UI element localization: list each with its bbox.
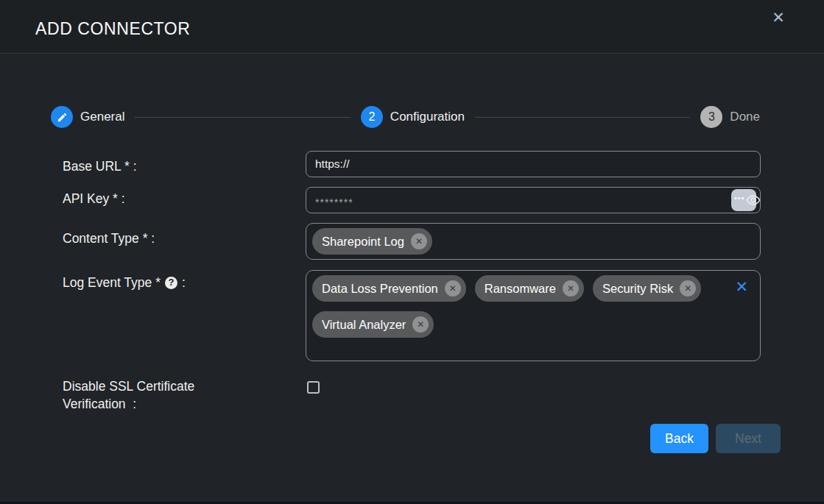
add-connector-dialog: ADD CONNECTOR ✕ General 2 Configuration … — [0, 0, 824, 504]
step-done: 3 Done — [700, 106, 760, 128]
chip-virtual-analyzer: Virtual Analyzer ✕ — [312, 311, 434, 338]
base-url-input[interactable] — [306, 151, 761, 177]
back-button[interactable]: Back — [650, 424, 708, 453]
clear-selection-icon[interactable]: ✕ — [735, 280, 748, 294]
next-button[interactable]: Next — [716, 424, 781, 453]
chip-data-loss-prevention: Data Loss Prevention ✕ — [312, 275, 466, 302]
stepper-connector — [475, 117, 690, 118]
step-3-number: 3 — [700, 106, 722, 128]
chip-security-risk: Security Risk ✕ — [593, 275, 701, 302]
step-2-number: 2 — [361, 106, 383, 128]
chip-remove-icon[interactable]: ✕ — [680, 280, 696, 297]
disable-ssl-label: Disable SSL Certificate Verification : — [63, 377, 223, 413]
log-event-type-multiselect[interactable]: Data Loss Prevention ✕ Ransomware ✕ Secu… — [306, 270, 761, 361]
password-reveal-button[interactable]: ••• — [731, 189, 756, 211]
chip-label: Sharepoint Log — [322, 235, 404, 249]
chip-label: Data Loss Prevention — [322, 282, 438, 296]
chip-label: Virtual Analyzer — [322, 318, 406, 332]
chip-sharepoint-log: Sharepoint Log ✕ — [312, 228, 432, 255]
content-type-label: Content Type * : — [63, 230, 155, 246]
step-configuration[interactable]: 2 Configuration — [361, 106, 465, 128]
api-key-label: API Key * : — [63, 191, 125, 207]
base-url-label: Base URL * : — [63, 158, 137, 174]
chip-remove-icon[interactable]: ✕ — [411, 233, 427, 249]
step-general-label: General — [80, 110, 124, 124]
dialog-title: ADD CONNECTOR — [35, 19, 191, 39]
chip-label: Ransomware — [485, 282, 556, 296]
log-event-type-label-text: Log Event Type * — [63, 274, 161, 291]
content-type-multiselect[interactable]: Sharepoint Log ✕ — [306, 223, 761, 260]
pencil-icon — [51, 106, 73, 128]
step-done-label: Done — [730, 110, 760, 124]
step-configuration-label: Configuration — [390, 110, 465, 124]
dialog-header: ADD CONNECTOR ✕ — [0, 0, 824, 54]
api-key-input[interactable] — [306, 187, 761, 213]
chip-remove-icon[interactable]: ✕ — [445, 280, 461, 297]
chip-label: Security Risk — [602, 282, 673, 296]
eye-icon — [744, 192, 763, 211]
chip-ransomware: Ransomware ✕ — [475, 275, 584, 302]
chip-remove-icon[interactable]: ✕ — [563, 280, 579, 297]
stepper-connector — [135, 117, 350, 118]
base-url-field-wrap — [306, 151, 761, 177]
chip-remove-icon[interactable]: ✕ — [412, 316, 429, 333]
disable-ssl-checkbox[interactable] — [307, 381, 320, 394]
step-general[interactable]: General — [51, 106, 124, 128]
wizard-stepper: General 2 Configuration 3 Done — [51, 106, 760, 128]
api-key-field-wrap: ••• — [306, 187, 761, 213]
help-icon[interactable]: ? — [165, 277, 177, 289]
log-event-type-colon: : — [182, 274, 186, 291]
log-event-type-label: Log Event Type * ? : — [63, 274, 186, 291]
close-icon[interactable]: ✕ — [769, 8, 788, 27]
